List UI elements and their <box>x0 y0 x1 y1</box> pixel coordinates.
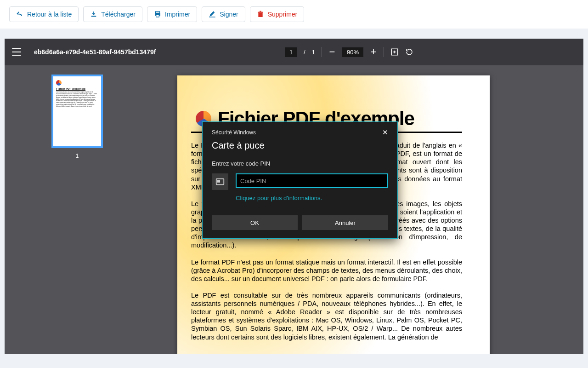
more-info-link[interactable]: Cliquez pour plus d'informations. <box>236 195 388 201</box>
pin-input[interactable] <box>236 173 388 188</box>
smartcard-icon <box>212 173 228 190</box>
svg-rect-10 <box>218 180 220 182</box>
paragraph-4: Le PDF est consultable sur de très nombr… <box>191 291 462 341</box>
dialog-caption: Sécurité Windows <box>212 129 256 136</box>
paragraph-3: Le format PDF n'est pas un format statiq… <box>191 258 462 283</box>
dialog-title: Carte à puce <box>203 139 397 155</box>
back-arrow-icon <box>16 11 23 18</box>
thumb-logo-icon <box>56 80 62 86</box>
close-icon[interactable]: ✕ <box>379 126 391 138</box>
dialog-subtitle: Entrez votre code PIN <box>203 155 397 173</box>
page-total: 1 <box>312 49 315 56</box>
document-name: eb6d6a6a-e79d-4e51-89af-9457bd13479f <box>34 48 156 56</box>
delete-button[interactable]: Supprimer <box>250 6 305 22</box>
thumbnail-pane: Fichier PDF d'exemple Lorem ipsum dolor … <box>5 65 150 354</box>
pdf-viewer: eb6d6a6a-e79d-4e51-89af-9457bd13479f 1 /… <box>5 39 583 354</box>
thumb-text: Lorem ipsum dolor sit amet consectetur a… <box>56 92 98 108</box>
fit-page-icon[interactable] <box>390 48 399 56</box>
svg-rect-0 <box>91 16 96 17</box>
print-label: Imprimer <box>165 11 190 18</box>
svg-rect-4 <box>209 17 215 17</box>
sign-icon <box>209 11 216 18</box>
zoom-out-button[interactable]: − <box>328 48 336 56</box>
svg-rect-7 <box>260 11 261 12</box>
menu-icon[interactable] <box>12 48 21 56</box>
svg-rect-3 <box>156 15 159 17</box>
zoom-in-button[interactable]: + <box>370 48 377 56</box>
viewer-controls: 1 / 1 − 90% + <box>285 47 420 57</box>
back-label: Retour à la liste <box>27 11 72 18</box>
svg-rect-6 <box>258 12 263 13</box>
delete-label: Supprimer <box>268 11 298 18</box>
page-separator: / <box>304 49 305 56</box>
top-toolbar: Retour à la liste Télécharger Imprimer S… <box>0 0 588 29</box>
back-button[interactable]: Retour à la liste <box>9 6 79 22</box>
divider <box>384 47 384 57</box>
thumbnail-number: 1 <box>76 153 79 159</box>
divider <box>322 47 322 57</box>
print-button[interactable]: Imprimer <box>147 6 197 22</box>
thumb-title: Fichier PDF d'exemple <box>56 87 98 90</box>
download-icon <box>90 11 97 18</box>
pin-dialog: Sécurité Windows ✕ Carte à puce Entrez v… <box>202 121 398 239</box>
svg-rect-1 <box>155 12 159 13</box>
zoom-level[interactable]: 90% <box>342 47 363 57</box>
viewer-header: eb6d6a6a-e79d-4e51-89af-9457bd13479f 1 /… <box>5 39 583 65</box>
download-label: Télécharger <box>101 11 136 18</box>
cancel-button[interactable]: Annuler <box>302 215 388 230</box>
svg-rect-5 <box>258 13 262 17</box>
sign-label: Signer <box>220 11 238 18</box>
page-thumbnail[interactable]: Fichier PDF d'exemple Lorem ipsum dolor … <box>51 75 103 148</box>
print-icon <box>154 11 161 18</box>
ok-button[interactable]: OK <box>212 215 298 230</box>
sign-button[interactable]: Signer <box>202 6 245 22</box>
page-current-input[interactable]: 1 <box>285 47 297 57</box>
download-button[interactable]: Télécharger <box>83 6 142 22</box>
trash-icon <box>257 11 264 18</box>
rotate-icon[interactable] <box>405 48 413 56</box>
